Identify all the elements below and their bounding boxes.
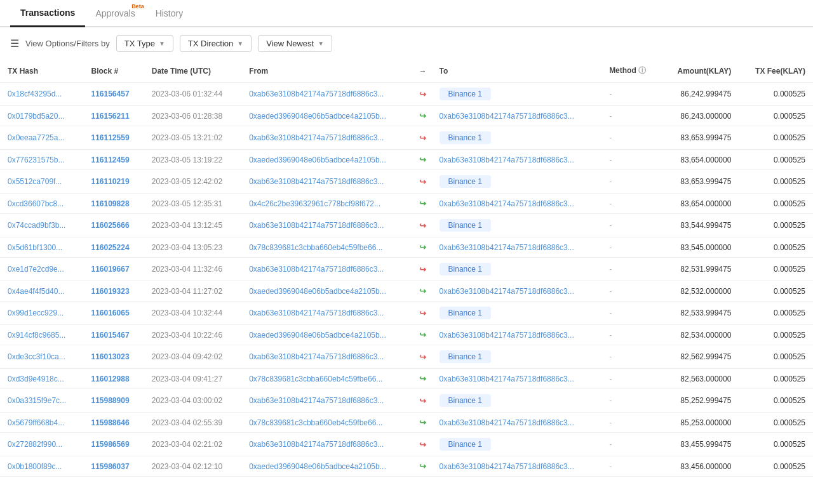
block-number[interactable]: 116019667	[91, 265, 130, 274]
tx-hash-link[interactable]: 0x0b1800f89c...	[8, 462, 62, 471]
block-number[interactable]: 116015467	[91, 331, 130, 340]
block-number[interactable]: 116156211	[91, 112, 130, 121]
to-address[interactable]: 0xab63e3108b42174a75718df6886c3...	[440, 331, 574, 340]
col-txhash: TX Hash	[0, 60, 84, 83]
datetime: 2023-03-04 09:42:02	[152, 352, 222, 361]
tx-hash-link[interactable]: 0xde3cc3f10ca...	[8, 352, 65, 361]
arrow-in-icon: ↪	[419, 396, 426, 406]
binance-badge: Binance 1	[440, 219, 491, 232]
tx-hash-link[interactable]: 0x272882f990...	[8, 440, 62, 449]
datetime: 2023-03-04 10:32:44	[152, 308, 222, 317]
txfee: 0.000525	[774, 396, 805, 405]
arrow-in-icon: ↪	[419, 308, 426, 318]
block-number[interactable]: 115988909	[91, 396, 130, 405]
method: -	[609, 352, 612, 361]
from-address[interactable]: 0xab63e3108b42174a75718df6886c3...	[249, 352, 384, 361]
from-address[interactable]: 0xab63e3108b42174a75718df6886c3...	[249, 221, 384, 230]
block-number[interactable]: 116112559	[91, 133, 130, 142]
tx-hash-link[interactable]: 0x5512ca709f...	[8, 177, 62, 186]
block-number[interactable]: 116012988	[91, 375, 130, 383]
from-address[interactable]: 0xaeded3969048e06b5adbce4a2105b...	[249, 287, 386, 296]
to-address[interactable]: 0xab63e3108b42174a75718df6886c3...	[440, 199, 574, 208]
from-address[interactable]: 0xaeded3969048e06b5adbce4a2105b...	[249, 156, 386, 164]
to-address[interactable]: 0xab63e3108b42174a75718df6886c3...	[440, 375, 574, 383]
txfee: 0.000525	[774, 462, 805, 471]
block-number[interactable]: 116110219	[91, 177, 130, 186]
from-address[interactable]: 0xab63e3108b42174a75718df6886c3...	[249, 396, 384, 405]
amount: 82,531.999475	[680, 265, 731, 274]
tx-hash-link[interactable]: 0x0179bd5a20...	[8, 112, 64, 121]
txfee: 0.000525	[774, 90, 805, 98]
from-address[interactable]: 0xaeded3969048e06b5adbce4a2105b...	[249, 112, 386, 121]
table-row: 0x5679ff668b4... 115988646 2023-03-04 02…	[0, 413, 813, 433]
datetime: 2023-03-04 09:41:27	[152, 375, 222, 383]
to-address[interactable]: 0xab63e3108b42174a75718df6886c3...	[440, 112, 574, 121]
method: -	[609, 112, 612, 121]
from-address[interactable]: 0xab63e3108b42174a75718df6886c3...	[249, 90, 384, 98]
from-address[interactable]: 0xab63e3108b42174a75718df6886c3...	[249, 133, 384, 142]
table-row: 0x0a3315f9e7c... 115988909 2023-03-04 03…	[0, 389, 813, 413]
tx-hash-link[interactable]: 0xe1d7e2cd9e...	[8, 265, 64, 274]
tx-hash-link[interactable]: 0xd3d9e4918c...	[8, 375, 64, 383]
tx-hash-link[interactable]: 0x18cf43295d...	[8, 90, 62, 98]
amount: 83,545.000000	[680, 243, 731, 252]
block-number[interactable]: 116156457	[91, 90, 130, 98]
from-address[interactable]: 0x78c839681c3cbba660eb4c59fbe66...	[249, 418, 382, 427]
amount: 83,544.999475	[680, 221, 731, 230]
arrow-out-icon: ↪	[419, 374, 426, 383]
txfee: 0.000525	[774, 243, 805, 252]
txfee: 0.000525	[774, 265, 805, 274]
to-address[interactable]: 0xab63e3108b42174a75718df6886c3...	[440, 287, 574, 296]
tx-hash-link[interactable]: 0x914cf8c9685...	[8, 331, 65, 340]
filter-icon: ☰	[10, 37, 19, 50]
to-address[interactable]: 0xab63e3108b42174a75718df6886c3...	[440, 462, 574, 471]
tx-hash-link[interactable]: 0x5d61bf1300...	[8, 243, 62, 252]
to-address[interactable]: 0xab63e3108b42174a75718df6886c3...	[440, 418, 574, 427]
block-number[interactable]: 115988646	[91, 418, 130, 427]
tx-hash-link[interactable]: 0xcd36607bc8...	[8, 199, 64, 208]
tab-transactions[interactable]: Transactions	[10, 0, 85, 27]
block-number[interactable]: 116109828	[91, 199, 130, 208]
amount: 86,243.000000	[680, 112, 731, 121]
tab-history[interactable]: History	[145, 1, 194, 26]
tx-hash-link[interactable]: 0x4ae4f4f5d40...	[8, 287, 64, 296]
to-address[interactable]: 0xab63e3108b42174a75718df6886c3...	[440, 156, 574, 164]
from-address[interactable]: 0xab63e3108b42174a75718df6886c3...	[249, 308, 384, 317]
from-address[interactable]: 0x78c839681c3cbba660eb4c59fbe66...	[249, 243, 382, 252]
tx-direction-dropdown[interactable]: TX Direction ▼	[180, 35, 252, 52]
tx-hash-link[interactable]: 0x0eeaa7725a...	[8, 133, 64, 142]
block-number[interactable]: 116112459	[91, 156, 130, 164]
block-number[interactable]: 116025224	[91, 243, 130, 252]
table-row: 0x0179bd5a20... 116156211 2023-03-06 01:…	[0, 106, 813, 126]
from-address[interactable]: 0xaeded3969048e06b5adbce4a2105b...	[249, 462, 386, 471]
datetime: 2023-03-04 11:32:46	[152, 265, 222, 274]
from-address[interactable]: 0xab63e3108b42174a75718df6886c3...	[249, 265, 384, 274]
block-number[interactable]: 116013023	[91, 352, 130, 361]
block-number[interactable]: 116016065	[91, 308, 130, 317]
block-number[interactable]: 115986569	[91, 440, 130, 449]
from-address[interactable]: 0xaeded3969048e06b5adbce4a2105b...	[249, 331, 386, 340]
binance-badge: Binance 1	[440, 394, 491, 407]
tab-approvals[interactable]: Approvals Beta	[85, 1, 145, 26]
from-address[interactable]: 0x4c26c2be39632961c778bcf98f672...	[249, 199, 380, 208]
method: -	[609, 418, 612, 427]
amount: 82,562.999475	[680, 352, 731, 361]
datetime: 2023-03-04 10:22:46	[152, 331, 222, 340]
binance-badge: Binance 1	[440, 175, 491, 188]
from-address[interactable]: 0xab63e3108b42174a75718df6886c3...	[249, 440, 384, 449]
block-number[interactable]: 116025666	[91, 221, 130, 230]
tx-type-dropdown[interactable]: TX Type ▼	[116, 35, 173, 52]
tx-hash-link[interactable]: 0x0a3315f9e7c...	[8, 396, 66, 405]
to-address[interactable]: 0xab63e3108b42174a75718df6886c3...	[440, 243, 574, 252]
block-number[interactable]: 116019323	[91, 287, 130, 296]
tx-hash-link[interactable]: 0x776231575b...	[8, 156, 64, 164]
view-newest-dropdown[interactable]: View Newest ▼	[258, 35, 332, 52]
tx-hash-link[interactable]: 0x5679ff668b4...	[8, 418, 64, 427]
amount: 83,653.999475	[680, 177, 731, 186]
tx-hash-link[interactable]: 0x99d1ecc929...	[8, 308, 64, 317]
method: -	[609, 90, 612, 98]
from-address[interactable]: 0x78c839681c3cbba660eb4c59fbe66...	[249, 375, 382, 383]
block-number[interactable]: 115986037	[91, 462, 130, 471]
from-address[interactable]: 0xab63e3108b42174a75718df6886c3...	[249, 177, 384, 186]
tx-hash-link[interactable]: 0x74ccad9bf3b...	[8, 221, 65, 230]
